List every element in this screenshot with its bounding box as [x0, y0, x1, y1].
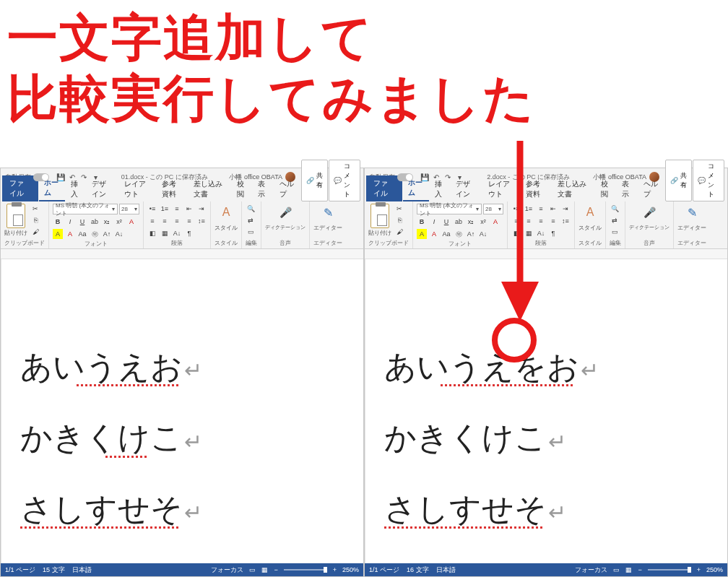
dictate-icon[interactable]: 🎤	[277, 204, 294, 221]
status-focus[interactable]: フォーカス	[575, 565, 607, 575]
status-page[interactable]: 1/1 ページ	[5, 565, 35, 575]
bold-button[interactable]: B	[417, 217, 427, 227]
italic-button[interactable]: I	[429, 217, 439, 227]
subscript-button[interactable]: x₂	[102, 217, 112, 227]
status-language[interactable]: 日本語	[436, 565, 456, 575]
tab-design[interactable]: デザイン	[451, 177, 482, 201]
increase-indent-button[interactable]: ⇥	[196, 204, 207, 214]
tab-insert[interactable]: 挿入	[430, 177, 451, 201]
shrink-font-button[interactable]: A↓	[478, 229, 488, 239]
superscript-button[interactable]: x²	[114, 217, 124, 227]
format-painter-icon[interactable]: 🖌	[30, 227, 40, 237]
enclosed-char-button[interactable]: ㊕	[90, 229, 100, 239]
replace-button[interactable]: ⇄	[610, 215, 620, 225]
text-line-1[interactable]: あいうえをお↵	[384, 350, 599, 385]
tab-references[interactable]: 参考資料	[521, 177, 552, 201]
number-list-button[interactable]: 1≡	[524, 204, 534, 214]
status-page[interactable]: 1/1 ページ	[369, 565, 399, 575]
tab-mailings[interactable]: 差し込み文書	[188, 177, 230, 201]
status-word-count[interactable]: 15 文字	[43, 565, 65, 575]
align-left-button[interactable]: ≡	[147, 216, 157, 226]
text-line-1[interactable]: あいうえお↵	[20, 350, 202, 385]
tab-help[interactable]: ヘルプ	[638, 177, 664, 201]
font-name-combo[interactable]: MS 明朝 (本文のフォント▾	[53, 204, 118, 214]
align-right-button[interactable]: ≡	[172, 216, 182, 226]
font-size-combo[interactable]: 28▾	[483, 204, 503, 214]
zoom-level[interactable]: 250%	[342, 566, 359, 573]
find-button[interactable]: 🔍	[246, 204, 256, 214]
select-button[interactable]: ▭	[246, 227, 256, 237]
dictate-icon[interactable]: 🎤	[641, 204, 658, 221]
ruler[interactable]	[1, 249, 363, 259]
decrease-indent-button[interactable]: ⇤	[548, 204, 558, 214]
status-word-count[interactable]: 16 文字	[407, 565, 429, 575]
font-name-combo[interactable]: MS 明朝 (本文のフォント▾	[417, 204, 482, 214]
tab-help[interactable]: ヘルプ	[274, 177, 300, 201]
text-line-3[interactable]: さしすせそ↵	[384, 493, 566, 527]
align-justify-button[interactable]: ≡	[548, 216, 558, 226]
font-color-button[interactable]: A	[65, 229, 75, 239]
share-button[interactable]: 🔗共有	[665, 160, 692, 201]
replace-button[interactable]: ⇄	[246, 215, 256, 225]
subscript-button[interactable]: x₂	[466, 217, 476, 227]
bullet-list-button[interactable]: •≡	[511, 204, 521, 214]
paste-icon[interactable]	[6, 204, 25, 228]
italic-button[interactable]: I	[65, 217, 75, 227]
copy-icon[interactable]: ⎘	[30, 215, 40, 225]
find-button[interactable]: 🔍	[610, 204, 620, 214]
view-web-icon[interactable]: ▦	[625, 566, 632, 573]
number-list-button[interactable]: 1≡	[160, 204, 170, 214]
status-focus[interactable]: フォーカス	[211, 565, 243, 575]
strike-button[interactable]: ab	[90, 217, 100, 227]
ruler[interactable]	[365, 249, 727, 259]
borders-button[interactable]: ▦	[160, 228, 170, 238]
enclosed-char-button[interactable]: ㊕	[454, 229, 464, 239]
text-effects-button[interactable]: A	[490, 217, 500, 227]
shading-button[interactable]: ◧	[147, 228, 157, 238]
align-right-button[interactable]: ≡	[536, 216, 546, 226]
editor-icon[interactable]: ✎	[683, 204, 701, 221]
tab-file[interactable]: ファイル	[366, 175, 402, 201]
document-area[interactable]: あいうえをお↵ かきくけこ↵ さしすせそ↵	[365, 259, 727, 563]
tab-review[interactable]: 校閲	[596, 177, 617, 201]
multilevel-list-button[interactable]: ≡	[536, 204, 546, 214]
share-button[interactable]: 🔗共有	[301, 160, 328, 201]
shrink-font-button[interactable]: A↓	[114, 229, 124, 239]
strike-button[interactable]: ab	[454, 217, 464, 227]
zoom-slider[interactable]	[648, 569, 691, 571]
tab-file[interactable]: ファイル	[2, 175, 38, 201]
tab-review[interactable]: 校閲	[232, 177, 253, 201]
copy-icon[interactable]: ⎘	[394, 215, 404, 225]
align-center-button[interactable]: ≡	[160, 216, 170, 226]
char-shading-button[interactable]: Aa	[441, 229, 451, 239]
view-web-icon[interactable]: ▦	[261, 566, 268, 573]
tab-layout[interactable]: レイアウト	[119, 177, 156, 201]
shading-button[interactable]: ◧	[511, 228, 521, 238]
font-color-button[interactable]: A	[429, 229, 439, 239]
superscript-button[interactable]: x²	[478, 217, 488, 227]
status-language[interactable]: 日本語	[72, 565, 92, 575]
align-justify-button[interactable]: ≡	[184, 216, 194, 226]
align-left-button[interactable]: ≡	[511, 216, 521, 226]
tab-view[interactable]: 表示	[253, 177, 274, 201]
paste-icon[interactable]	[370, 204, 389, 228]
document-area[interactable]: あいうえお↵ かきくけこ↵ さしすせそ↵	[1, 259, 363, 563]
comment-button[interactable]: 💬コメント	[329, 160, 360, 201]
cut-icon[interactable]: ✂	[394, 204, 404, 214]
text-line-3[interactable]: さしすせそ↵	[20, 493, 202, 527]
tab-layout[interactable]: レイアウト	[483, 177, 520, 201]
multilevel-list-button[interactable]: ≡	[172, 204, 182, 214]
underline-button[interactable]: U	[77, 217, 87, 227]
increase-indent-button[interactable]: ⇥	[560, 204, 571, 214]
line-spacing-button[interactable]: ↕≡	[196, 216, 207, 226]
comment-button[interactable]: 💬コメント	[693, 160, 724, 201]
text-effects-button[interactable]: A	[126, 217, 136, 227]
sort-button[interactable]: A↓	[536, 228, 546, 238]
show-marks-button[interactable]: ¶	[548, 228, 558, 238]
zoom-level[interactable]: 250%	[706, 566, 723, 573]
text-line-2[interactable]: かきくけこ↵	[20, 421, 202, 456]
highlight-button[interactable]: A	[417, 229, 427, 239]
tab-references[interactable]: 参考資料	[157, 177, 188, 201]
char-shading-button[interactable]: Aa	[77, 229, 87, 239]
editor-icon[interactable]: ✎	[319, 204, 337, 221]
